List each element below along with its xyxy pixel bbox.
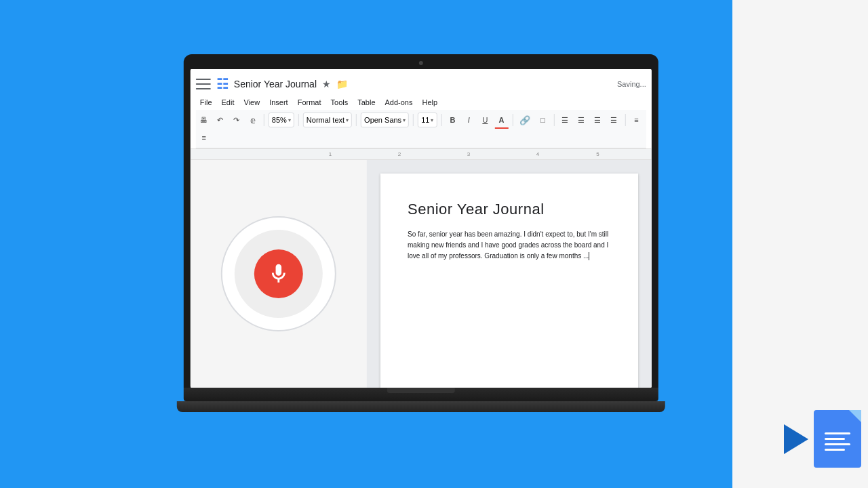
doc-title[interactable]: Senior Year Journal xyxy=(234,79,317,89)
link-btn[interactable]: 🔗 xyxy=(517,113,533,127)
ordered-list-btn[interactable]: ≡ xyxy=(197,130,211,145)
docs-line-1 xyxy=(825,432,850,434)
text-cursor xyxy=(589,252,589,260)
print-btn[interactable]: 🖶 xyxy=(197,113,211,127)
google-docs-icon xyxy=(814,410,861,468)
laptop-base xyxy=(184,388,658,401)
zoom-value: 85% xyxy=(272,116,287,124)
toolbar-divider xyxy=(413,114,414,126)
font-chevron: ▾ xyxy=(403,117,406,123)
doc-heading: Senior Year Journal xyxy=(408,201,611,218)
arrow-docs-area xyxy=(784,410,861,468)
menu-tools[interactable]: Tools xyxy=(327,96,353,108)
microphone-icon xyxy=(267,262,290,285)
ruler-mark-4: 4 xyxy=(536,151,539,157)
font-dropdown[interactable]: Open Sans ▾ xyxy=(361,113,409,127)
hamburger-line xyxy=(196,88,211,89)
laptop-bottom xyxy=(177,401,665,412)
hamburger-menu[interactable] xyxy=(196,79,211,89)
toolbar-divider xyxy=(441,114,441,126)
menu-edit[interactable]: Edit xyxy=(218,96,239,108)
laptop-screen: ☷ Senior Year Journal ★ 📁 Saving... File… xyxy=(191,69,652,388)
docs-toolbar: 🖶 ↶ ↷ 𝕖 85% ▾ Normal text ▾ xyxy=(196,110,646,148)
docs-logo: ☷ xyxy=(216,76,229,92)
menu-view[interactable]: View xyxy=(240,96,264,108)
folder-icon[interactable]: 📁 xyxy=(336,79,348,89)
align-justify-btn[interactable]: ☰ xyxy=(607,113,620,127)
laptop-camera xyxy=(419,61,423,65)
docs-title-row: ☷ Senior Year Journal ★ 📁 Saving... xyxy=(196,73,646,95)
toolbar-divider xyxy=(264,114,264,126)
size-chevron: ▾ xyxy=(431,117,433,123)
ruler: 1 2 3 4 5 xyxy=(191,149,652,160)
doc-page: Senior Year Journal So far, senior year … xyxy=(367,160,652,388)
align-right-btn[interactable]: ☰ xyxy=(591,113,604,127)
ruler-mark-5: 5 xyxy=(596,151,599,157)
laptop-hinge xyxy=(387,388,455,393)
menu-addons[interactable]: Add-ons xyxy=(381,96,417,108)
ruler-mark-1: 1 xyxy=(329,151,332,157)
ruler-mark-2: 2 xyxy=(398,151,401,157)
docs-header: ☷ Senior Year Journal ★ 📁 Saving... File… xyxy=(191,69,652,149)
toolbar-divider xyxy=(625,114,625,126)
align-center-btn[interactable]: ☰ xyxy=(574,113,588,127)
voice-mic-button[interactable] xyxy=(254,249,303,298)
underline-btn[interactable]: U xyxy=(478,113,492,127)
style-chevron: ▾ xyxy=(346,117,349,123)
menu-table[interactable]: Table xyxy=(353,96,379,108)
docs-line-3 xyxy=(825,443,850,445)
style-value: Normal text xyxy=(307,116,344,124)
star-icon[interactable]: ★ xyxy=(322,79,331,89)
font-color-btn[interactable]: A xyxy=(494,113,508,127)
docs-line-2 xyxy=(825,438,845,440)
redo-btn[interactable]: ↷ xyxy=(230,113,243,127)
doc-body-text[interactable]: So far, senior year has been amazing. I … xyxy=(408,229,611,262)
font-value: Open Sans xyxy=(364,116,401,124)
menu-insert[interactable]: Insert xyxy=(265,96,292,108)
align-left-btn[interactable]: ☰ xyxy=(558,113,572,127)
arrow-right-icon xyxy=(784,424,808,454)
style-dropdown[interactable]: Normal text ▾ xyxy=(303,113,352,127)
toolbar-divider xyxy=(553,114,554,126)
ruler-mark-3: 3 xyxy=(467,151,470,157)
voice-typing-panel xyxy=(191,160,367,388)
voice-circle-inner xyxy=(235,230,323,318)
menu-help[interactable]: Help xyxy=(418,96,441,108)
saving-status: Saving... xyxy=(617,80,646,88)
undo-btn[interactable]: ↶ xyxy=(214,113,227,127)
list-btn[interactable]: ≡ xyxy=(629,113,643,127)
docs-body: Senior Year Journal So far, senior year … xyxy=(191,160,652,388)
italic-btn[interactable]: I xyxy=(462,113,475,127)
toolbar-divider xyxy=(356,114,357,126)
bold-btn[interactable]: B xyxy=(446,113,459,127)
toolbar-divider xyxy=(512,114,513,126)
laptop: ☷ Senior Year Journal ★ 📁 Saving... File… xyxy=(184,54,665,412)
menu-file[interactable]: File xyxy=(196,96,216,108)
laptop-screen-outer: ☷ Senior Year Journal ★ 📁 Saving... File… xyxy=(184,54,658,388)
hamburger-line xyxy=(196,83,211,85)
zoom-chevron: ▾ xyxy=(288,117,291,123)
comment-btn[interactable]: □ xyxy=(536,113,549,127)
paint-format-btn[interactable]: 𝕖 xyxy=(246,113,260,127)
zoom-dropdown[interactable]: 85% ▾ xyxy=(269,113,294,127)
voice-circle-outer xyxy=(221,216,336,331)
doc-content: Senior Year Journal So far, senior year … xyxy=(380,174,638,388)
size-dropdown[interactable]: 11 ▾ xyxy=(418,113,437,127)
toolbar-divider xyxy=(298,114,299,126)
docs-line-4 xyxy=(825,449,845,451)
size-value: 11 xyxy=(421,116,429,124)
menu-format[interactable]: Format xyxy=(294,96,326,108)
docs-icon-lines xyxy=(825,432,850,451)
docs-menu-row: File Edit View Insert Format Tools Table… xyxy=(196,95,646,110)
hamburger-line xyxy=(196,79,211,80)
